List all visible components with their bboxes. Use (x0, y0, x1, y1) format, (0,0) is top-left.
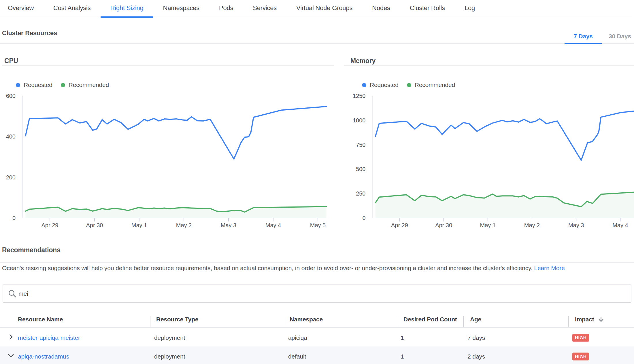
column-separator (284, 316, 284, 327)
column-header-resource-type[interactable]: Resource Type (156, 316, 198, 323)
resource-type-cell: deployment (154, 353, 185, 360)
svg-text:250: 250 (356, 190, 365, 197)
svg-text:May 4: May 4 (612, 222, 628, 228)
impact-header-label: Impact (575, 316, 594, 323)
legend-item-recommended: Recommended (61, 81, 109, 88)
tab-overview[interactable]: Overview (0, 0, 44, 17)
tab-right-sizing[interactable]: Right Sizing (101, 0, 153, 17)
column-header-age[interactable]: Age (470, 316, 481, 323)
recommended-dot-icon (61, 83, 65, 87)
impact-badge-high: HIGH (572, 353, 589, 361)
range-30-days-button[interactable]: 30 Days (602, 29, 634, 43)
svg-text:0: 0 (12, 215, 16, 221)
table-row: meister-apiciqa-meister deployment apici… (0, 328, 634, 346)
recommendations-description: Ocean's resizing suggestions will help y… (2, 265, 565, 272)
column-header-desired-pod-count[interactable]: Desired Pod Count (403, 316, 457, 323)
svg-text:Apr 29: Apr 29 (391, 222, 408, 228)
cpu-chart-title: CPU (4, 57, 18, 65)
memory-chart-legend: Requested Recommended (362, 81, 463, 88)
cluster-resources-title: Cluster Resources (2, 29, 57, 37)
svg-text:May 4: May 4 (265, 222, 281, 228)
svg-text:Apr 30: Apr 30 (435, 222, 452, 228)
memory-title-divider (344, 65, 634, 66)
svg-text:May 5: May 5 (310, 222, 326, 228)
right-sizing-page: Overview Cost Analysis Right Sizing Name… (0, 0, 634, 364)
column-separator (398, 316, 398, 327)
svg-text:750: 750 (356, 142, 365, 148)
namespace-cell: default (288, 353, 306, 360)
table-header-row: Resource Name Resource Type Namespace De… (0, 310, 634, 327)
svg-text:Apr 30: Apr 30 (86, 222, 103, 228)
resource-name-link[interactable]: meister-apiciqa-meister (18, 334, 80, 341)
description-text: Ocean's resizing suggestions will help y… (2, 265, 533, 271)
tab-bar: Overview Cost Analysis Right Sizing Name… (0, 0, 632, 17)
tab-cost-analysis[interactable]: Cost Analysis (44, 0, 100, 17)
sort-descending-icon[interactable] (598, 316, 604, 323)
chevron-down-icon[interactable] (7, 352, 15, 360)
age-cell: 2 days (467, 353, 485, 360)
recommendations-title: Recommendations (2, 246, 61, 254)
cpu-chart-legend: Requested Recommended (16, 81, 117, 88)
time-range-toggle: 7 Days 30 Days (565, 29, 634, 43)
column-header-resource-name[interactable]: Resource Name (18, 316, 63, 323)
legend-label: Requested (370, 81, 399, 88)
tab-namespaces[interactable]: Namespaces (153, 0, 209, 17)
chevron-right-icon[interactable] (7, 333, 15, 341)
svg-text:500: 500 (356, 166, 365, 172)
table-row: apiqa-nostradamus deployment default 1 2… (0, 346, 634, 364)
memory-chart-title: Memory (350, 57, 376, 65)
svg-text:400: 400 (6, 133, 16, 140)
tab-services[interactable]: Services (243, 0, 286, 17)
requested-dot-icon (362, 83, 366, 87)
svg-text:1000: 1000 (353, 117, 366, 124)
range-7-days-button[interactable]: 7 Days (565, 29, 602, 43)
resource-name-link[interactable]: apiqa-nostradamus (18, 353, 69, 360)
header-divider (0, 43, 634, 44)
resource-type-cell: deployment (154, 334, 185, 341)
svg-text:0: 0 (362, 215, 365, 221)
age-cell: 7 days (467, 334, 485, 341)
desired-pod-count-cell: 1 (401, 334, 404, 341)
cpu-title-divider (2, 65, 334, 66)
svg-text:200: 200 (6, 174, 16, 181)
column-header-namespace[interactable]: Namespace (290, 316, 323, 323)
learn-more-link[interactable]: Learn More (534, 265, 565, 271)
svg-text:600: 600 (6, 93, 16, 99)
namespace-cell: apiciqa (288, 334, 307, 341)
impact-badge-high: HIGH (572, 334, 589, 342)
legend-item-requested: Requested (362, 81, 399, 88)
tab-cluster-rolls[interactable]: Cluster Rolls (400, 0, 455, 17)
tab-nodes[interactable]: Nodes (362, 0, 400, 17)
tab-virtual-node-groups[interactable]: Virtual Node Groups (286, 0, 362, 17)
svg-text:May 1: May 1 (131, 222, 147, 228)
recommended-dot-icon (407, 83, 411, 87)
legend-item-recommended: Recommended (407, 81, 455, 88)
recommendations-divider (0, 262, 634, 263)
requested-dot-icon (16, 83, 20, 87)
search-box (3, 285, 631, 303)
column-separator (463, 316, 464, 327)
svg-text:Apr 29: Apr 29 (41, 222, 59, 228)
svg-text:1250: 1250 (353, 93, 366, 99)
desired-pod-count-cell: 1 (401, 353, 404, 360)
svg-text:May 2: May 2 (524, 222, 540, 228)
svg-text:May 1: May 1 (480, 222, 496, 228)
column-header-impact[interactable]: Impact (575, 316, 604, 323)
legend-label: Recommended (69, 81, 109, 88)
column-separator (568, 316, 569, 327)
search-icon (8, 289, 17, 298)
svg-text:May 2: May 2 (176, 222, 192, 228)
legend-label: Recommended (415, 81, 455, 88)
svg-text:May 3: May 3 (568, 222, 584, 228)
legend-item-requested: Requested (16, 81, 52, 88)
legend-label: Requested (24, 81, 52, 88)
tab-pods[interactable]: Pods (209, 0, 243, 17)
column-separator (150, 316, 150, 327)
svg-text:May 3: May 3 (221, 222, 236, 228)
tab-log[interactable]: Log (455, 0, 485, 17)
search-input[interactable] (18, 290, 631, 297)
cpu-memory-line-charts: 0200400600Apr 29Apr 30May 1May 2May 3May… (0, 0, 634, 364)
